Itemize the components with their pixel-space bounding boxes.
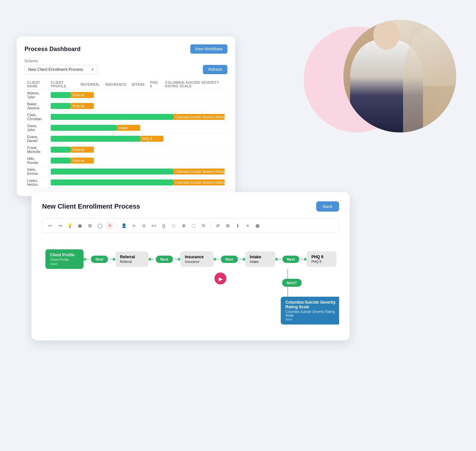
node-client-profile-title: Client Profile bbox=[50, 253, 79, 257]
cell-client-name: Baker, Jessica bbox=[25, 101, 48, 112]
node-columbia-title: Columbia-Suicide Severity Rating Scale bbox=[285, 300, 339, 309]
connector-8 bbox=[301, 258, 307, 261]
toolbar-redo-icon[interactable]: ↪ bbox=[56, 222, 64, 229]
cell-gantt-bar: Columbia-Suicide Severity Rating Scale bbox=[48, 166, 227, 177]
connector-6 bbox=[239, 258, 245, 261]
table-row: Hills, RondaReferral bbox=[25, 155, 227, 166]
toolbar-clock-icon[interactable]: ⊙ bbox=[140, 222, 148, 229]
dashboard-header: Process Dashboard View Workflows bbox=[25, 44, 227, 54]
scheme-select-wrap[interactable]: New Client Enrollment Process bbox=[25, 65, 97, 74]
toolbar-message-icon[interactable]: □ bbox=[170, 222, 177, 229]
toolbar-circle-icon[interactable]: ◯ bbox=[96, 222, 103, 229]
node-insurance-title: Insurance bbox=[185, 255, 209, 259]
toolbar-code-icon[interactable]: <> bbox=[150, 222, 157, 229]
cell-client-name: Clark, Christian bbox=[25, 112, 48, 123]
workflow-toolbar: ↩ ↪ 💡 ▣ ⊞ ◯ ✕ 👤 ≻ ⊙ <> {} □ ⊕ ⬚ ↻ ⇄ ⊞ ℹ … bbox=[42, 218, 339, 233]
next-button-4[interactable]: Next bbox=[282, 256, 300, 263]
connector-3 bbox=[149, 258, 154, 261]
table-row: Lopez, HectorColumbia-Suicide Severity R… bbox=[25, 177, 227, 188]
cell-client-name: Klein, Emma bbox=[25, 166, 48, 177]
toolbar-divider-2 bbox=[210, 223, 211, 228]
scheme-row: New Client Enrollment Process Refresh bbox=[25, 65, 227, 74]
toolbar-list-icon[interactable]: ≡ bbox=[244, 222, 251, 229]
node-insurance-sub: Insurance bbox=[185, 260, 209, 264]
col-header-intake: INTAKE bbox=[129, 79, 147, 90]
table-row: Clark, ChristianColumbia-Suicide Severit… bbox=[25, 112, 227, 123]
col-header-phq9: PHQ 9 bbox=[148, 79, 162, 90]
toolbar-info-icon[interactable]: ℹ bbox=[234, 222, 241, 229]
cell-gantt-bar: Intake bbox=[48, 123, 227, 133]
dashboard-title: Process Dashboard bbox=[25, 46, 81, 53]
cell-client-name: Davis, John bbox=[25, 123, 48, 133]
node-client-profile[interactable]: Client Profile Client Profile Initial bbox=[45, 249, 84, 269]
cell-client-name: Lopez, Hector bbox=[25, 177, 48, 188]
process-dashboard-card: Process Dashboard View Workflows Scheme … bbox=[17, 36, 235, 196]
toolbar-history-icon[interactable]: ↻ bbox=[200, 222, 207, 229]
toolbar-undo-icon[interactable]: ↩ bbox=[46, 222, 54, 229]
toolbar-frame-icon[interactable]: ⬚ bbox=[190, 222, 197, 229]
cell-gantt-bar: Referral bbox=[48, 101, 227, 112]
connector-5 bbox=[213, 258, 219, 261]
node-client-profile-sub: Client Profile bbox=[50, 258, 79, 262]
table-row: Baker, JessicaReferral bbox=[25, 101, 227, 112]
node-referral-title: Referral bbox=[120, 255, 144, 259]
next-question-button[interactable]: Next? bbox=[282, 279, 302, 287]
connector-2 bbox=[109, 258, 115, 261]
col-header-insurance: INSURANCE bbox=[102, 79, 129, 90]
node-referral[interactable]: Referral Referral bbox=[115, 251, 149, 267]
cell-client-name: Frank, Michelle bbox=[25, 144, 48, 155]
toolbar-braces-icon[interactable]: {} bbox=[160, 222, 167, 229]
toolbar-plus-circle-icon[interactable]: ⊕ bbox=[180, 222, 187, 229]
workflow-header: New Client Enrollment Process Back bbox=[42, 201, 339, 212]
cell-gantt-bar: Columbia-Suicide Severity Rating Scale bbox=[48, 112, 227, 123]
col-header-client-profile: CLIENT PROFILE bbox=[48, 79, 78, 90]
toolbar-divider-1 bbox=[117, 223, 117, 228]
next-button-1[interactable]: Next bbox=[91, 256, 108, 263]
cell-client-name: Hills, Ronda bbox=[25, 155, 48, 166]
branch-line-v2 bbox=[287, 287, 288, 297]
toolbar-rect-icon[interactable]: ▣ bbox=[76, 222, 84, 229]
col-header-referral: REFERRAL bbox=[78, 79, 102, 90]
toolbar-layout-icon[interactable]: ⊞ bbox=[224, 222, 231, 229]
cell-gantt-bar: Columbia-Suicide Severity Rating Scale bbox=[48, 177, 227, 188]
back-button[interactable]: Back bbox=[316, 201, 339, 212]
connector-7 bbox=[275, 258, 281, 261]
next-button-2[interactable]: Next bbox=[156, 256, 173, 263]
connector-1 bbox=[84, 258, 89, 261]
node-client-profile-tag: Initial bbox=[50, 262, 79, 266]
toolbar-person-icon[interactable]: 👤 bbox=[120, 222, 128, 229]
branch-line-v1 bbox=[287, 269, 288, 279]
toolbar-lightbulb-icon[interactable]: 💡 bbox=[66, 222, 74, 229]
photo-circle bbox=[343, 20, 456, 132]
workflow-diagram: Client Profile Client Profile Initial Ne… bbox=[42, 239, 339, 331]
toolbar-close-icon[interactable]: ✕ bbox=[106, 222, 113, 229]
connector-4 bbox=[174, 258, 180, 261]
cursor-arrow-icon: ▶ bbox=[219, 276, 223, 282]
col-header-columbia: COLUMBIA-SUICIDE SEVERITY RATING SCALE bbox=[162, 79, 227, 90]
node-phq9-sub: PHQ 9 bbox=[311, 260, 332, 264]
node-phq9[interactable]: PHQ 9 PHQ 9 bbox=[307, 251, 336, 267]
toolbar-transfer-icon[interactable]: ⇄ bbox=[214, 222, 221, 229]
cell-client-name: Adams, Tyler bbox=[25, 90, 48, 101]
node-columbia[interactable]: Columbia-Suicide Severity Rating Scale C… bbox=[281, 297, 339, 325]
node-referral-sub: Referral bbox=[120, 260, 144, 264]
node-insurance[interactable]: Insurance Insurance bbox=[180, 251, 213, 267]
gantt-table: CLIENT NAME CLIENT PROFILE REFERRAL INSU… bbox=[25, 79, 227, 188]
cell-client-name: Evans, Daniel bbox=[25, 133, 48, 144]
cursor-pointer: ▶ bbox=[214, 273, 226, 284]
refresh-button[interactable]: Refresh bbox=[203, 65, 227, 74]
scheme-select[interactable]: New Client Enrollment Process bbox=[25, 65, 97, 74]
node-columbia-tag: Final bbox=[285, 318, 339, 321]
node-columbia-sub: Columbia-Suicide Severity Rating Scale bbox=[285, 310, 339, 317]
cell-gantt-bar: Referral bbox=[48, 155, 227, 166]
toolbar-arrow-icon[interactable]: ≻ bbox=[130, 222, 138, 229]
node-intake[interactable]: Intake Intake bbox=[245, 251, 275, 267]
workflow-card: New Client Enrollment Process Back ↩ ↪ 💡… bbox=[31, 192, 350, 340]
table-row: Evans, DanielPHQ 9 bbox=[25, 133, 227, 144]
toolbar-table-icon[interactable]: ▦ bbox=[254, 222, 261, 229]
node-intake-title: Intake bbox=[250, 255, 270, 259]
next-button-3[interactable]: Next bbox=[221, 256, 238, 263]
toolbar-grid-icon[interactable]: ⊞ bbox=[86, 222, 93, 229]
table-row: Frank, MichelleReferral bbox=[25, 144, 227, 155]
view-workflows-button[interactable]: View Workflows bbox=[190, 44, 227, 54]
